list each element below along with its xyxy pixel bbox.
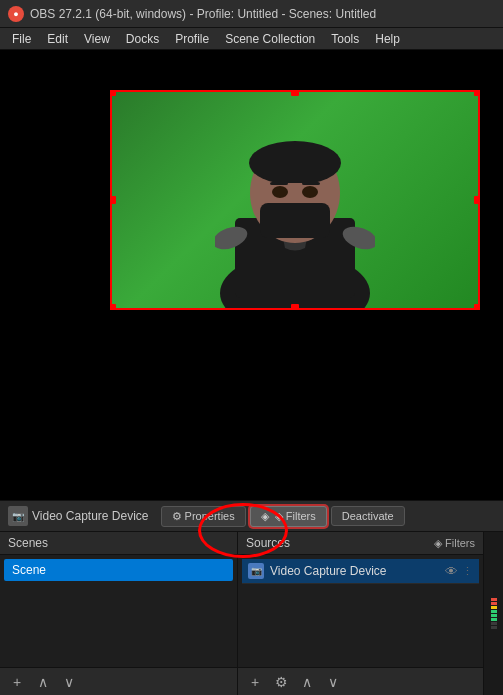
scenes-panel-footer: + ∧ ∨ [0, 667, 237, 695]
svg-rect-9 [302, 182, 320, 185]
filters-button[interactable]: ◈ ◈ Filters [250, 506, 327, 527]
vol-bar-red [491, 598, 497, 601]
menu-edit[interactable]: Edit [39, 30, 76, 48]
source-row-icon: 📷 [248, 563, 264, 579]
scenes-list: Scene [0, 555, 237, 667]
source-eye-icon[interactable]: 👁 [445, 564, 458, 579]
scenes-label: Scenes [8, 536, 48, 550]
preview-canvas [110, 90, 480, 310]
svg-rect-4 [260, 203, 330, 238]
person-silhouette [215, 108, 375, 308]
scene-down-button[interactable]: ∨ [58, 671, 80, 693]
properties-button[interactable]: ⚙ Properties [161, 506, 246, 527]
deactivate-button[interactable]: Deactivate [331, 506, 405, 526]
add-scene-button[interactable]: + [6, 671, 28, 693]
source-up-button[interactable]: ∧ [296, 671, 318, 693]
sources-panel-header: Sources ◈ Filters [238, 532, 483, 555]
source-down-button[interactable]: ∨ [322, 671, 344, 693]
vol-bar-off1 [491, 622, 497, 625]
volume-panel [483, 532, 503, 695]
source-row-name: Video Capture Device [270, 564, 387, 578]
handle-top-mid[interactable] [291, 90, 299, 96]
svg-point-7 [302, 186, 318, 198]
menu-scene-collection[interactable]: Scene Collection [217, 30, 323, 48]
handle-bottom-right[interactable] [474, 304, 480, 310]
sources-label: Sources [246, 536, 290, 550]
vol-bar-yellow [491, 606, 497, 609]
vol-bar-green2 [491, 614, 497, 617]
volume-meter [484, 532, 503, 695]
vol-bar-green3 [491, 618, 497, 621]
source-toolbar: 📷 Video Capture Device ⚙ Properties ◈ ◈ … [0, 500, 503, 532]
menu-tools[interactable]: Tools [323, 30, 367, 48]
sources-panel: Sources ◈ Filters 📷 Video Capture Device… [238, 532, 483, 695]
title-bar: ● OBS 27.2.1 (64-bit, windows) - Profile… [0, 0, 503, 28]
scenes-panel: Scenes Scene + ∧ ∨ [0, 532, 238, 695]
svg-point-3 [249, 141, 341, 185]
sources-list: 📷 Video Capture Device 👁 ⋮ [238, 555, 483, 667]
svg-point-6 [272, 186, 288, 198]
menu-view[interactable]: View [76, 30, 118, 48]
obs-icon: ● [8, 6, 24, 22]
filters-icon: ◈ [261, 510, 269, 523]
handle-top-right[interactable] [474, 90, 480, 96]
vol-bar-off2 [491, 626, 497, 629]
svg-rect-8 [270, 182, 288, 185]
vol-bar-green1 [491, 610, 497, 613]
source-row[interactable]: 📷 Video Capture Device 👁 ⋮ [242, 559, 479, 584]
sources-panel-footer: + ⚙ ∧ ∨ [238, 667, 483, 695]
handle-right-mid[interactable] [474, 196, 480, 204]
source-drag-handle: ⋮ [462, 565, 473, 578]
filters-header-label: ◈ Filters [434, 537, 475, 550]
menu-file[interactable]: File [4, 30, 39, 48]
menu-docks[interactable]: Docks [118, 30, 167, 48]
source-settings-button[interactable]: ⚙ [270, 671, 292, 693]
preview-area [0, 50, 503, 500]
vol-bar-red2 [491, 602, 497, 605]
handle-top-left[interactable] [110, 90, 116, 96]
handle-bottom-left[interactable] [110, 304, 116, 310]
menu-help[interactable]: Help [367, 30, 408, 48]
handle-bottom-mid[interactable] [291, 304, 299, 310]
source-type-icon: 📷 [8, 506, 28, 526]
handle-left-mid[interactable] [110, 196, 116, 204]
bottom-panels: Scenes Scene + ∧ ∨ Sources ◈ Filters 📷 V… [0, 532, 503, 695]
menu-profile[interactable]: Profile [167, 30, 217, 48]
scene-item[interactable]: Scene [4, 559, 233, 581]
filters-label: ◈ Filters [275, 510, 316, 523]
scene-up-button[interactable]: ∧ [32, 671, 54, 693]
menu-bar: File Edit View Docks Profile Scene Colle… [0, 28, 503, 50]
add-source-button[interactable]: + [244, 671, 266, 693]
title-text: OBS 27.2.1 (64-bit, windows) - Profile: … [30, 7, 376, 21]
scenes-panel-header: Scenes [0, 532, 237, 555]
source-name-label: Video Capture Device [32, 509, 149, 523]
